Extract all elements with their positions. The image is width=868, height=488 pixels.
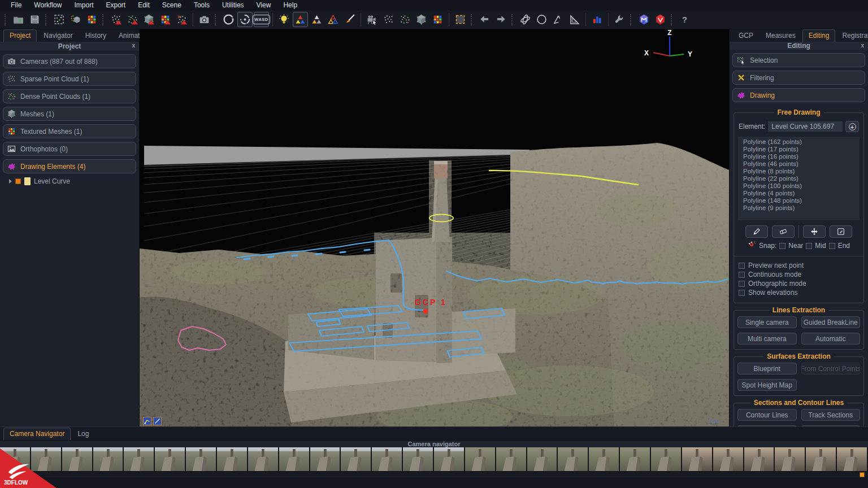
element-value-field[interactable]: Level Curve 105.697 bbox=[768, 121, 843, 132]
tab-history[interactable]: History bbox=[80, 30, 112, 42]
cube-logo-red-button[interactable] bbox=[653, 12, 668, 27]
blueprint-button[interactable]: Blueprint bbox=[737, 363, 797, 374]
camera-thumbnail[interactable] bbox=[837, 447, 868, 471]
save-project-button[interactable] bbox=[27, 12, 42, 27]
camera-thumbnail[interactable] bbox=[589, 447, 620, 471]
new-mesh-button[interactable] bbox=[141, 12, 157, 27]
camera-thumbnail[interactable] bbox=[310, 447, 341, 471]
polyline-row[interactable]: Polyline (16 points) bbox=[743, 153, 860, 160]
polyline-row[interactable]: Polyline (100 points) bbox=[743, 182, 860, 190]
menu-workflow[interactable]: Workflow bbox=[28, 0, 68, 10]
video-camera-button[interactable] bbox=[364, 12, 380, 27]
photo-camera-button[interactable] bbox=[197, 12, 212, 27]
camera-thumbnail[interactable] bbox=[186, 447, 217, 471]
stats-chart-button[interactable] bbox=[589, 12, 605, 27]
select-points-button[interactable] bbox=[51, 12, 67, 27]
menu-help[interactable]: Help bbox=[277, 0, 303, 10]
polyline-row[interactable]: Polyline (9 points) bbox=[743, 204, 860, 212]
viewport-3d[interactable]: GCP 1 X Y Z bbox=[140, 29, 729, 426]
thumbnail-scrollbar[interactable] bbox=[0, 471, 868, 477]
polyline-row[interactable]: Polyline (17 points) bbox=[743, 146, 860, 153]
polyline-row[interactable]: Polyline (8 points) bbox=[743, 168, 860, 175]
sidebar-item-textured-meshes-1[interactable]: Textured Meshes (1) bbox=[3, 124, 136, 138]
paint-brush-button[interactable] bbox=[342, 12, 357, 27]
edit-tool-button[interactable] bbox=[830, 225, 852, 238]
camera-thumbnail[interactable] bbox=[651, 447, 682, 471]
edit-points-button[interactable] bbox=[174, 12, 189, 27]
camera-thumbnail[interactable] bbox=[527, 447, 558, 471]
settings-wrench-button[interactable] bbox=[612, 12, 627, 27]
textured-cube-button[interactable] bbox=[84, 12, 99, 27]
polyline-list[interactable]: Polyline (162 points)Polyline (17 points… bbox=[738, 137, 860, 220]
sidebar-item-cameras-887-out-of-888[interactable]: Cameras (887 out of 888) bbox=[3, 54, 136, 68]
angle-measure-button[interactable] bbox=[550, 12, 566, 27]
tab-editing[interactable]: Editing bbox=[802, 29, 836, 42]
orbit-gizmo-button[interactable] bbox=[518, 12, 533, 27]
menu-edit[interactable]: Edit bbox=[132, 0, 156, 10]
camera-thumbnail[interactable] bbox=[775, 447, 806, 471]
single-camera-button[interactable]: Single camera bbox=[737, 316, 797, 328]
camera-thumbnail[interactable] bbox=[217, 447, 248, 471]
render-shaded-button[interactable] bbox=[309, 12, 324, 27]
rotate-view-button[interactable] bbox=[221, 12, 236, 27]
tab-log[interactable]: Log bbox=[72, 428, 94, 440]
open-project-button[interactable] bbox=[11, 12, 26, 27]
orbit-center-button[interactable] bbox=[237, 12, 253, 27]
camera-thumbnail[interactable] bbox=[62, 447, 93, 471]
new-sparse-cloud-button[interactable] bbox=[108, 12, 124, 27]
camera-thumbnail[interactable] bbox=[341, 447, 372, 471]
polyline-row[interactable]: Polyline (22 points) bbox=[743, 175, 860, 182]
camera-thumbnail-strip[interactable] bbox=[0, 447, 868, 471]
tab-registration[interactable]: Registration bbox=[836, 30, 868, 42]
camera-thumbnail[interactable] bbox=[620, 447, 651, 471]
preview-next-point-checkbox[interactable] bbox=[739, 263, 745, 269]
menu-export[interactable]: Export bbox=[99, 0, 132, 10]
camera-thumbnail[interactable] bbox=[155, 447, 186, 471]
new-textured-mesh-button[interactable] bbox=[158, 12, 173, 27]
camera-thumbnail[interactable] bbox=[744, 447, 775, 471]
tab-navigator[interactable]: Navigator bbox=[38, 30, 78, 42]
close-icon[interactable]: x bbox=[132, 42, 135, 49]
render-color-button[interactable] bbox=[293, 12, 308, 27]
guided-breakline-button[interactable]: Guided BreakLine bbox=[801, 316, 861, 328]
camera-thumbnail[interactable] bbox=[372, 447, 403, 471]
camera-thumbnail[interactable] bbox=[403, 447, 434, 471]
editing-tool-drawing[interactable]: Drawing bbox=[732, 88, 865, 102]
selection-box-button[interactable] bbox=[453, 12, 468, 27]
sidebar-item-meshes-1[interactable]: Meshes (1) bbox=[3, 107, 136, 121]
polyline-row[interactable]: Polyline (46 points) bbox=[743, 160, 860, 168]
tab-measures[interactable]: Measures bbox=[760, 30, 801, 42]
ruler-tool-button[interactable] bbox=[153, 417, 162, 425]
editing-tool-filtering[interactable]: Filtering bbox=[732, 71, 865, 85]
show-sparse-cloud-button[interactable] bbox=[381, 12, 396, 27]
camera-thumbnail[interactable] bbox=[248, 447, 279, 471]
camera-thumbnail[interactable] bbox=[279, 447, 310, 471]
menu-scene[interactable]: Scene bbox=[156, 0, 188, 10]
add-element-button[interactable]: + bbox=[845, 121, 859, 132]
new-dense-cloud-button[interactable] bbox=[125, 12, 140, 27]
sidebar-item-dense-point-clouds-1[interactable]: Dense Point Clouds (1) bbox=[3, 89, 136, 103]
redo-button[interactable] bbox=[493, 12, 509, 27]
render-wireframe-button[interactable] bbox=[326, 12, 341, 27]
camera-thumbnail[interactable] bbox=[465, 447, 496, 471]
eraser-tool-button[interactable] bbox=[772, 225, 795, 238]
tab-gcp[interactable]: GCP bbox=[733, 30, 759, 42]
show-textured-mesh-button[interactable] bbox=[430, 12, 445, 27]
menu-view[interactable]: View bbox=[250, 0, 277, 10]
light-bulb-button[interactable] bbox=[276, 12, 292, 27]
spot-height-map-button[interactable]: Spot Height Map bbox=[737, 379, 797, 391]
show-dense-cloud-button[interactable] bbox=[397, 12, 413, 27]
undo-button[interactable] bbox=[477, 12, 492, 27]
camera-thumbnail[interactable] bbox=[558, 447, 589, 471]
orthographic-mode-checkbox[interactable] bbox=[739, 281, 745, 287]
camera-thumbnail[interactable] bbox=[93, 447, 124, 471]
camera-thumbnail[interactable] bbox=[124, 447, 155, 471]
visibility-checkbox[interactable] bbox=[15, 178, 21, 184]
menu-file[interactable]: File bbox=[5, 0, 28, 10]
circle-select-button[interactable] bbox=[534, 12, 549, 27]
tab-project[interactable]: Project bbox=[3, 29, 37, 42]
menu-utilities[interactable]: Utilities bbox=[216, 0, 250, 10]
pencil-tool-button[interactable] bbox=[745, 225, 768, 238]
close-icon[interactable]: x bbox=[861, 42, 864, 49]
polyline-row[interactable]: Polyline (4 points) bbox=[743, 190, 860, 197]
